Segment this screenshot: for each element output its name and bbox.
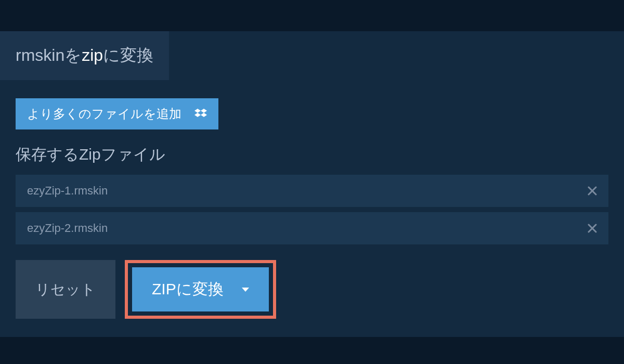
add-more-files-button[interactable]: より多くのファイルを追加	[16, 98, 218, 129]
file-name: ezyZip-1.rmskin	[27, 184, 108, 198]
convert-to-zip-button[interactable]: ZIPに変換	[132, 267, 269, 311]
tab-text-middle: を	[64, 46, 82, 64]
tab-bar: rmskinをzipに変換	[0, 31, 624, 80]
bottom-bar	[0, 337, 624, 347]
button-row: リセット ZIPに変換	[16, 260, 608, 319]
tab-text-highlight: zip	[82, 46, 103, 64]
dropbox-icon	[194, 108, 207, 120]
convert-button-highlight: ZIPに変換	[125, 260, 276, 319]
chevron-down-icon	[242, 288, 249, 292]
add-files-label: より多くのファイルを追加	[27, 106, 181, 122]
convert-label: ZIPに変換	[152, 279, 224, 300]
top-bar	[0, 0, 624, 31]
tab-text-suffix: に変換	[103, 46, 153, 64]
reset-button[interactable]: リセット	[16, 260, 115, 319]
file-list: ezyZip-1.rmskin ezyZip-2.rmskin	[16, 175, 608, 244]
file-item: ezyZip-1.rmskin	[16, 175, 608, 207]
section-title: 保存するZipファイル	[16, 144, 608, 165]
remove-file-icon[interactable]	[588, 224, 597, 233]
file-name: ezyZip-2.rmskin	[27, 222, 108, 235]
tab-convert-rmskin-zip[interactable]: rmskinをzipに変換	[0, 31, 169, 80]
tab-text-prefix: rmskin	[16, 46, 64, 64]
remove-file-icon[interactable]	[588, 186, 597, 196]
main-content: より多くのファイルを追加 保存するZipファイル ezyZip-1.rmskin…	[0, 80, 624, 337]
file-item: ezyZip-2.rmskin	[16, 212, 608, 244]
